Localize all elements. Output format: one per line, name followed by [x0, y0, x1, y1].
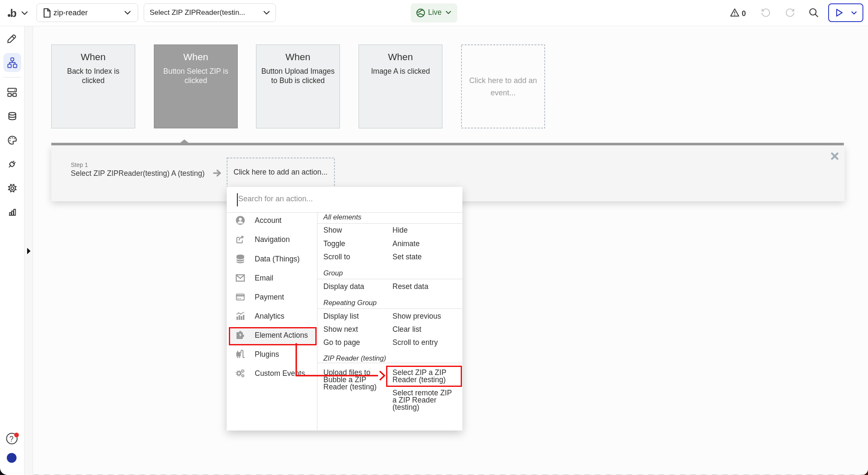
svg-text:0: 0	[742, 9, 746, 18]
svg-text:?: ?	[9, 435, 14, 443]
svg-text:b: b	[10, 7, 17, 19]
